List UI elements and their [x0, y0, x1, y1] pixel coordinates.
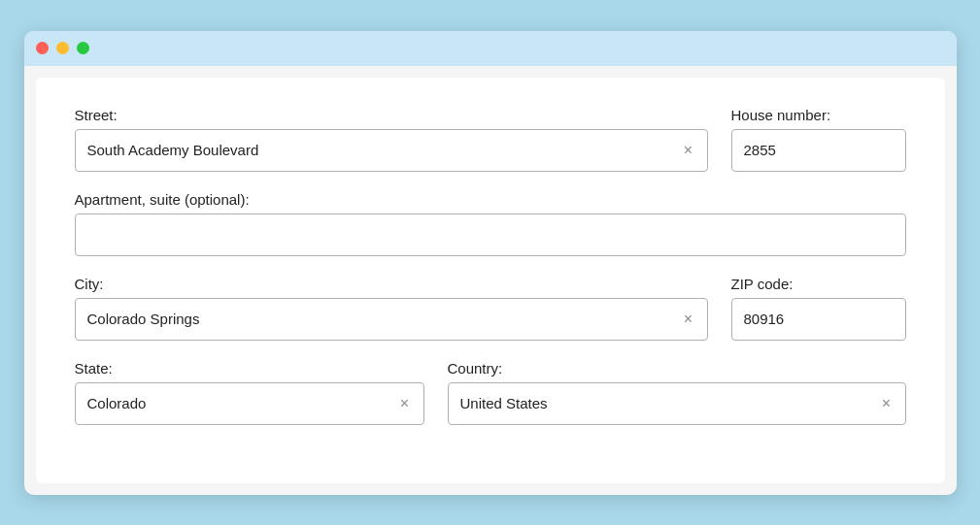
- country-clear-button[interactable]: ×: [877, 394, 896, 413]
- city-group: City: ×: [75, 276, 708, 341]
- country-label: Country:: [448, 360, 906, 377]
- apartment-label: Apartment, suite (optional):: [75, 191, 906, 208]
- house-number-input-wrapper: [731, 129, 906, 172]
- city-input[interactable]: [75, 298, 708, 341]
- zip-label: ZIP code:: [731, 276, 906, 292]
- minimize-button[interactable]: [56, 42, 69, 54]
- street-input-wrapper: ×: [75, 129, 708, 172]
- zip-input-wrapper: [731, 298, 906, 341]
- apartment-input-wrapper: [75, 213, 906, 256]
- house-number-label: House number:: [731, 107, 906, 123]
- apartment-input[interactable]: [75, 213, 906, 256]
- apartment-row: Apartment, suite (optional):: [75, 191, 906, 256]
- maximize-button[interactable]: [77, 42, 89, 54]
- state-input[interactable]: [75, 382, 424, 425]
- title-bar: [24, 31, 957, 66]
- state-clear-button[interactable]: ×: [395, 394, 415, 413]
- city-label: City:: [75, 276, 708, 292]
- apartment-group: Apartment, suite (optional):: [75, 191, 906, 256]
- street-clear-button[interactable]: ×: [679, 141, 698, 160]
- state-country-row: State: × Country: ×: [75, 360, 906, 425]
- zip-group: ZIP code:: [731, 276, 906, 341]
- city-row: City: × ZIP code:: [75, 276, 906, 341]
- street-row: Street: × House number:: [75, 107, 906, 172]
- zip-input[interactable]: [731, 298, 906, 341]
- close-button[interactable]: [36, 42, 49, 54]
- city-clear-button[interactable]: ×: [679, 310, 698, 329]
- state-label: State:: [75, 360, 424, 377]
- city-input-wrapper: ×: [75, 298, 708, 341]
- form-content: Street: × House number: Apartment, suite…: [36, 78, 945, 483]
- country-group: Country: ×: [448, 360, 906, 425]
- country-input[interactable]: [448, 382, 906, 425]
- street-input[interactable]: [75, 129, 708, 172]
- app-window: Street: × House number: Apartment, suite…: [24, 31, 957, 495]
- house-number-input[interactable]: [731, 129, 906, 172]
- state-group: State: ×: [75, 360, 424, 425]
- house-number-group: House number:: [731, 107, 906, 172]
- street-group: Street: ×: [75, 107, 708, 172]
- street-label: Street:: [75, 107, 708, 123]
- state-input-wrapper: ×: [75, 382, 424, 425]
- country-input-wrapper: ×: [448, 382, 906, 425]
